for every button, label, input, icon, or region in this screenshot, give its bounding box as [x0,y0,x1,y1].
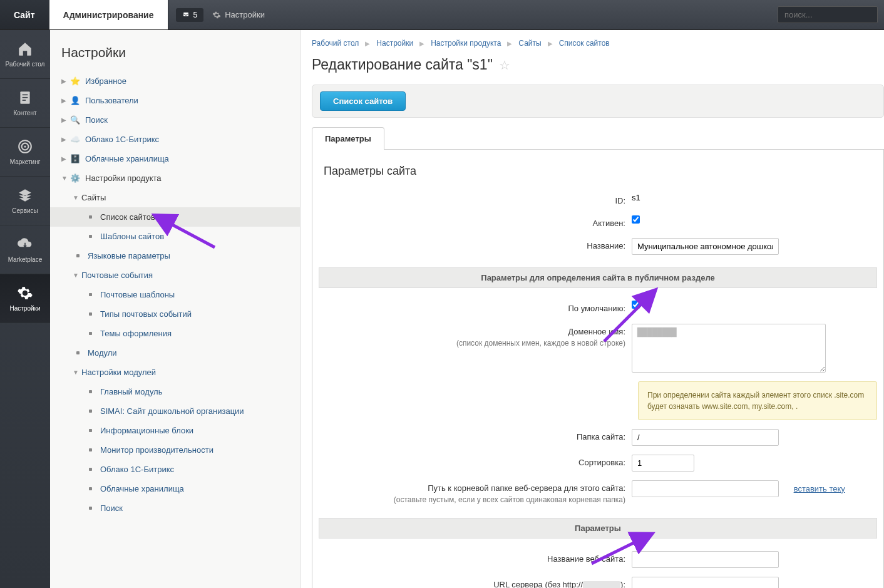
home-icon [17,41,33,57]
domain-textarea[interactable]: ████████ [632,324,826,373]
folder-label: Папка сайта: [319,429,632,443]
storage-icon: 🗄️ [70,154,80,163]
tree-mail-events[interactable]: ▼Почтовые события [50,266,300,285]
tree-mail-templates[interactable]: Почтовые шаблоны [50,285,300,304]
vnav-marketing-label: Маркетинг [10,158,41,165]
bullet-icon [89,293,92,296]
tab-admin[interactable]: Администрирование [49,0,168,29]
root-input[interactable] [632,480,779,497]
site-list-button[interactable]: Список сайтов [320,91,406,111]
tree-cloud-storage-2[interactable]: Облачные хранилища [50,479,300,498]
search-input[interactable] [778,6,878,23]
top-settings-link[interactable]: Настройки [212,10,265,19]
active-label: Активен: [319,215,632,229]
vnav-marketing[interactable]: Маркетинг [0,128,50,177]
tree-modules[interactable]: Модули [50,343,300,363]
main-content: Рабочий стол▶ Настройки▶ Настройки проду… [301,30,884,588]
breadcrumb-item[interactable]: Настройки [376,39,413,48]
vnav-marketplace[interactable]: Marketplace [0,225,50,274]
svg-rect-2 [23,95,28,96]
section-params: Параметры [319,518,877,539]
tree-themes[interactable]: Темы оформления [50,324,300,343]
document-icon [17,90,33,106]
sort-input[interactable] [632,455,694,472]
svg-point-7 [24,145,26,147]
bullet-icon [89,429,92,432]
bullet-icon [89,410,92,413]
webname-input[interactable] [632,551,779,568]
default-label: По умолчанию: [319,301,632,314]
vnav-services[interactable]: Сервисы [0,177,50,225]
tree-label: Типы почтовых событий [100,309,192,319]
tree-search[interactable]: ▶🔍Поиск [50,110,300,130]
default-checkbox[interactable] [632,301,640,309]
name-input[interactable] [632,238,779,255]
tree-lang[interactable]: Языковые параметры [50,246,300,266]
tab-params[interactable]: Параметры [312,127,384,150]
tree-label: Избранное [85,76,126,86]
star-icon: ⭐ [70,76,80,86]
tree-label: Облачные хранилища [100,484,184,493]
tree-label: Облако 1С-Битрикс [100,465,174,474]
breadcrumb-item[interactable]: Список сайтов [559,39,610,48]
gear-icon: ⚙️ [70,173,80,183]
notification-badge[interactable]: 5 [176,8,204,22]
redacted-text [583,581,620,589]
tree-mail-event-types[interactable]: Типы почтовых событий [50,304,300,324]
domain-label: Доменное имя:(список доменных имен, кажд… [319,324,632,349]
tree-perf[interactable]: Монитор производительности [50,440,300,460]
tree-label: Почтовые события [81,271,153,280]
tree-users[interactable]: ▶👤Пользователи [50,91,300,110]
tree-main-module[interactable]: Главный модуль [50,382,300,401]
toolbar: Список сайтов [312,85,884,118]
vnav-marketplace-label: Marketplace [8,256,42,263]
sidebar-title: Настройки [50,39,300,71]
bullet-icon [89,332,92,335]
tree-module-settings[interactable]: ▼Настройки модулей [50,363,300,382]
tree-cloud-bitrix[interactable]: ▶☁️Облако 1С-Битрикс [50,130,300,149]
gear-icon [17,285,33,301]
webname-label: Название веб-сайта: [319,551,632,565]
tree-simai[interactable]: SIMAI: Сайт дошкольной организации [50,401,300,421]
bullet-icon [89,468,92,471]
tab-site[interactable]: Сайт [0,0,49,29]
active-checkbox[interactable] [632,215,640,224]
breadcrumb-item[interactable]: Настройки продукта [431,39,501,48]
tree-cloud-storage[interactable]: ▶🗄️Облачные хранилища [50,149,300,168]
favorite-star-icon[interactable]: ☆ [499,58,510,73]
section-title: Параметры сайта [324,165,877,178]
url-input[interactable] [632,577,779,588]
breadcrumb-item[interactable]: Сайты [518,39,541,48]
bullet-icon [89,507,92,510]
tree-product-settings[interactable]: ▼⚙️Настройки продукта [50,168,300,188]
tree-favorites[interactable]: ▶⭐Избранное [50,71,300,91]
folder-input[interactable] [632,429,779,446]
tree-cloud-bitrix-2[interactable]: Облако 1С-Битрикс [50,460,300,479]
svg-rect-3 [23,97,28,98]
tree-sites[interactable]: ▼Сайты [50,188,300,207]
vnav-settings-label: Настройки [9,305,40,312]
gear-icon [212,11,221,19]
top-bar: Сайт Администрирование 5 Настройки [0,0,884,30]
tabs: Параметры [312,126,884,150]
cloud-icon: ☁️ [70,135,80,144]
vnav-settings[interactable]: Настройки [0,274,50,323]
tree-label: Поиск [85,115,108,125]
breadcrumb-item[interactable]: Рабочий стол [312,39,359,48]
sort-label: Сортировка: [319,455,632,468]
tree-search-2[interactable]: Поиск [50,498,300,518]
insert-path-link[interactable]: вставить теку [794,484,845,493]
vnav-content[interactable]: Контент [0,79,50,128]
tree-iblocks[interactable]: Информационные блоки [50,421,300,440]
sidebar: Настройки ▶⭐Избранное ▶👤Пользователи ▶🔍П… [50,30,301,588]
tree-label: Поиск [100,503,123,513]
vnav-desktop[interactable]: Рабочий стол [0,30,50,79]
root-hint: (оставьте пустым, если у всех сайтов оди… [394,495,625,504]
bullet-icon [89,390,92,393]
url-label: URL сервера (без http://): [319,577,632,588]
tree-site-list[interactable]: Список сайтов [50,207,300,227]
chevron-right-icon: ▶ [419,40,424,47]
section-public: Параметры для определения сайта в публич… [319,267,877,288]
tree-site-templates[interactable]: Шаблоны сайтов [50,227,300,246]
chevron-right-icon: ▶ [548,40,553,47]
